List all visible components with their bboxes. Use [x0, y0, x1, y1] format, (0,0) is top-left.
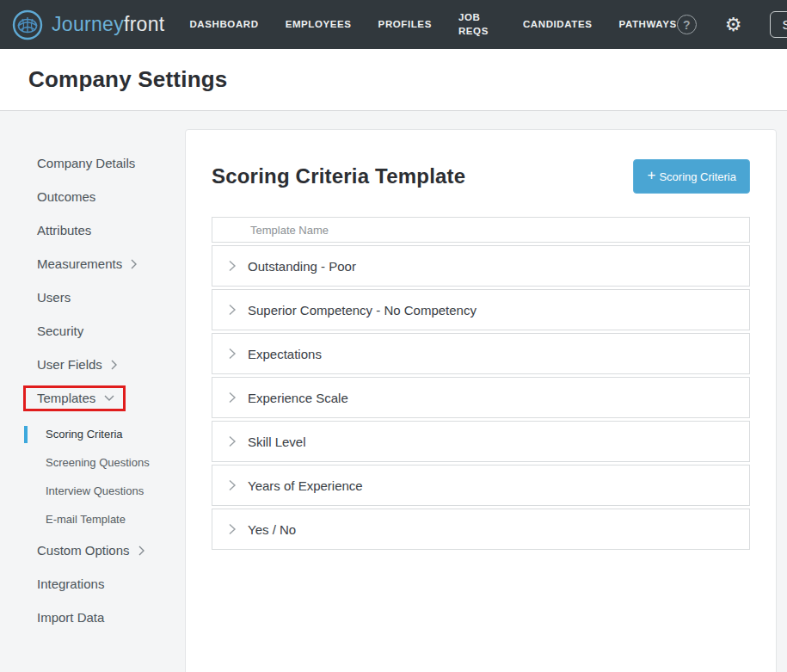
sidebar-item-label: Templates	[37, 391, 95, 405]
sidebar-item-attributes[interactable]: Attributes	[0, 213, 185, 247]
help-icon[interactable]: ?	[677, 15, 697, 34]
sidebar-item-label: Import Data	[37, 610, 104, 625]
sidebar-subitem-label: Scoring Criteria	[46, 428, 123, 441]
sidebar-subitem-interview-questions[interactable]: Interview Questions	[0, 477, 185, 505]
chevron-right-icon	[130, 258, 138, 270]
column-header-template-name: Template Name	[250, 224, 329, 237]
add-button-label: Scoring Criteria	[659, 170, 736, 183]
template-name: Yes / No	[248, 522, 296, 537]
sidebar-item-label: User Fields	[37, 357, 102, 372]
page-title: Company Settings	[28, 66, 227, 93]
sidebar-item-user-fields[interactable]: User Fields	[0, 348, 185, 381]
sidebar-item-company-details[interactable]: Company Details	[0, 146, 185, 180]
nav-item-profiles[interactable]: PROFILES	[378, 18, 432, 32]
sidebar-subitem-label: Screening Questions	[46, 456, 150, 469]
expand-chevron-icon[interactable]	[228, 478, 237, 492]
table-row[interactable]: Outstanding - Poor	[212, 245, 750, 287]
panel-title: Scoring Criteria Template	[212, 164, 465, 188]
table-header-row: Template Name	[212, 217, 750, 243]
sidebar-item-outcomes[interactable]: Outcomes	[0, 180, 185, 213]
globe-icon	[12, 9, 43, 40]
content: Company Details Outcomes Attributes Meas…	[0, 111, 787, 672]
settings-sidebar: Company Details Outcomes Attributes Meas…	[0, 111, 185, 672]
annotation-highlight-box: Templates	[23, 385, 126, 411]
sidebar-item-label: Attributes	[37, 223, 91, 237]
table-row[interactable]: Experience Scale	[212, 377, 750, 418]
sidebar-item-import-data[interactable]: Import Data	[0, 601, 185, 634]
nav-item-dashboard[interactable]: DASHBOARD	[189, 18, 258, 32]
sidebar-subitem-label: Interview Questions	[46, 484, 144, 497]
plus-icon: +	[647, 167, 655, 184]
sidebar-item-integrations[interactable]: Integrations	[0, 567, 185, 601]
expand-chevron-icon[interactable]	[228, 347, 237, 361]
chevron-right-icon	[138, 545, 145, 557]
main-nav: DASHBOARD EMPLOYEES PROFILES JOB REQS CA…	[189, 11, 676, 38]
brand[interactable]: Journeyfront	[12, 9, 164, 40]
sidebar-item-label: Measurements	[37, 256, 122, 271]
table-row[interactable]: Skill Level	[212, 421, 750, 462]
expand-chevron-icon[interactable]	[228, 259, 237, 273]
sidebar-item-security[interactable]: Security	[0, 314, 185, 348]
template-name: Experience Scale	[248, 391, 348, 405]
sidebar-item-label: Custom Options	[37, 543, 130, 558]
template-name: Skill Level	[248, 435, 306, 449]
template-name: Expectations	[248, 347, 322, 361]
page-header: Company Settings	[0, 49, 787, 111]
template-name: Outstanding - Poor	[248, 259, 356, 274]
panel-header: Scoring Criteria Template + Scoring Crit…	[212, 159, 750, 194]
chevron-down-icon	[103, 394, 115, 402]
expand-chevron-icon[interactable]	[228, 522, 237, 536]
sidebar-item-measurements[interactable]: Measurements	[0, 247, 185, 281]
top-navbar: Journeyfront DASHBOARD EMPLOYEES PROFILE…	[0, 0, 787, 49]
scoring-criteria-panel: Scoring Criteria Template + Scoring Crit…	[185, 129, 777, 672]
sidebar-subitem-label: E-mail Template	[46, 513, 126, 526]
sidebar-item-label: Company Details	[37, 156, 135, 170]
sidebar-subitem-scoring-criteria[interactable]: Scoring Criteria	[0, 420, 185, 448]
expand-chevron-icon[interactable]	[228, 435, 237, 448]
brand-name: Journeyfront	[52, 13, 164, 36]
nav-item-pathways[interactable]: PATHWAYS	[618, 18, 676, 32]
templates-table: Template Name Outstanding - Poor Superio…	[212, 217, 750, 550]
sidebar-item-users[interactable]: Users	[0, 281, 185, 314]
template-name: Years of Experience	[248, 478, 363, 493]
sidebar-item-templates[interactable]: Templates	[0, 381, 185, 415]
nav-item-job-reqs[interactable]: JOB REQS	[458, 11, 496, 38]
sidebar-item-custom-options[interactable]: Custom Options	[0, 533, 185, 567]
sidebar-subitem-email-template[interactable]: E-mail Template	[0, 505, 185, 533]
table-row[interactable]: Years of Experience	[212, 465, 750, 506]
sidebar-item-label: Security	[37, 324, 83, 338]
active-indicator-bar	[24, 426, 28, 443]
nav-item-employees[interactable]: EMPLOYEES	[286, 18, 352, 32]
expand-chevron-icon[interactable]	[228, 303, 237, 317]
nav-item-candidates[interactable]: CANDIDATES	[523, 18, 593, 32]
gear-icon[interactable]: ⚙	[725, 15, 742, 34]
table-row[interactable]: Superior Competency - No Competency	[212, 289, 750, 330]
sidebar-subitem-screening-questions[interactable]: Screening Questions	[0, 448, 185, 477]
templates-sub-menu: Scoring Criteria Screening Questions Int…	[0, 420, 185, 533]
sidebar-item-label: Users	[37, 290, 71, 305]
table-row[interactable]: Yes / No	[212, 509, 750, 550]
sidebar-item-label: Outcomes	[37, 189, 95, 204]
table-row[interactable]: Expectations	[212, 333, 750, 374]
chevron-right-icon	[110, 359, 118, 371]
sidebar-item-label: Integrations	[37, 576, 104, 591]
navbar-right: ? ⚙ Start	[677, 11, 787, 38]
template-name: Superior Competency - No Competency	[248, 303, 477, 318]
add-scoring-criteria-button[interactable]: + Scoring Criteria	[633, 159, 750, 194]
start-button[interactable]: Start	[770, 11, 787, 38]
expand-chevron-icon[interactable]	[228, 391, 237, 404]
main-area: Scoring Criteria Template + Scoring Crit…	[185, 111, 787, 672]
